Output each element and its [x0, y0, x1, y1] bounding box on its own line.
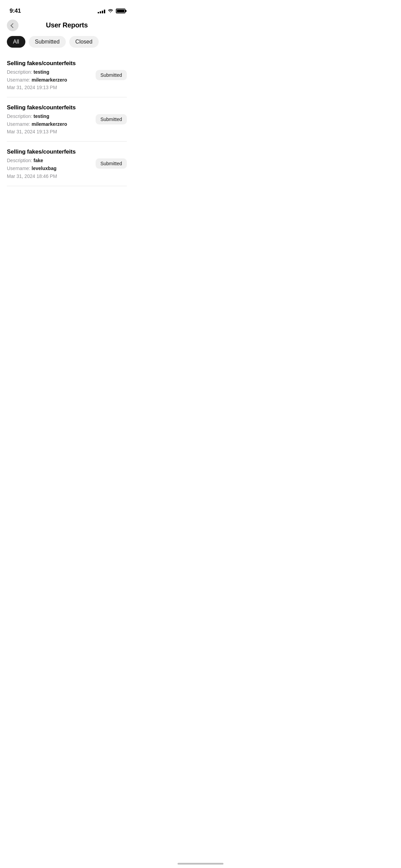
report-username: Username: milemarkerzero [7, 121, 90, 128]
report-content: Selling fakes/counterfeits Description: … [7, 60, 96, 90]
description-value: fake [34, 158, 43, 163]
signal-icon [98, 9, 105, 13]
report-item[interactable]: Selling fakes/counterfeits Description: … [7, 53, 127, 97]
report-status-badge: Submitted [96, 114, 127, 124]
report-username: Username: leveluxbag [7, 165, 90, 172]
report-username: Username: milemarkerzero [7, 77, 90, 84]
report-description: Description: testing [7, 69, 90, 76]
username-label: Username: [7, 77, 30, 83]
report-title: Selling fakes/counterfeits [7, 148, 90, 155]
username-value: milemarkerzero [32, 77, 67, 83]
description-label: Description: [7, 113, 32, 119]
report-item[interactable]: Selling fakes/counterfeits Description: … [7, 142, 127, 186]
description-value: testing [34, 69, 49, 75]
battery-icon [116, 9, 125, 13]
username-value: leveluxbag [32, 166, 56, 171]
filter-tab-closed[interactable]: Closed [69, 36, 99, 48]
report-item[interactable]: Selling fakes/counterfeits Description: … [7, 97, 127, 142]
status-bar: 9:41 [0, 0, 134, 17]
wifi-icon [108, 8, 113, 14]
filter-tabs: All Submitted Closed [0, 33, 134, 53]
description-label: Description: [7, 158, 32, 163]
report-date: Mar 31, 2024 19:13 PM [7, 129, 90, 134]
report-date: Mar 31, 2024 18:46 PM [7, 173, 90, 179]
username-value: milemarkerzero [32, 121, 67, 127]
report-status-badge: Submitted [96, 70, 127, 80]
description-label: Description: [7, 69, 32, 75]
nav-bar: User Reports [0, 17, 134, 33]
report-date: Mar 31, 2024 19:13 PM [7, 85, 90, 90]
status-time: 9:41 [10, 8, 21, 14]
report-content: Selling fakes/counterfeits Description: … [7, 148, 96, 179]
report-description: Description: fake [7, 157, 90, 164]
report-title: Selling fakes/counterfeits [7, 104, 90, 111]
filter-tab-submitted[interactable]: Submitted [29, 36, 66, 48]
report-list: Selling fakes/counterfeits Description: … [0, 53, 134, 186]
username-label: Username: [7, 121, 30, 127]
filter-tab-all[interactable]: All [7, 36, 25, 48]
report-title: Selling fakes/counterfeits [7, 60, 90, 67]
report-status-badge: Submitted [96, 158, 127, 169]
report-description: Description: testing [7, 113, 90, 120]
back-chevron-icon [11, 23, 15, 28]
back-button[interactable] [7, 20, 19, 31]
report-content: Selling fakes/counterfeits Description: … [7, 104, 96, 134]
description-value: testing [34, 113, 49, 119]
page-title: User Reports [46, 21, 88, 29]
username-label: Username: [7, 166, 30, 171]
status-icons [98, 8, 125, 14]
